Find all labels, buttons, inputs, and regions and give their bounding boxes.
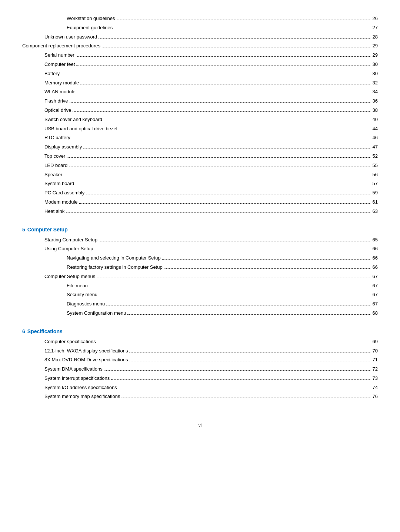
toc-dots [129, 361, 371, 361]
toc-dots [73, 111, 371, 112]
toc-entry-text: PC Card assembly [44, 189, 84, 197]
toc-entry-page: 30 [373, 61, 378, 68]
toc-entry: Serial number29 [22, 51, 378, 59]
toc-dots [121, 398, 371, 398]
toc-dots [69, 167, 371, 167]
toc-dots [99, 296, 371, 296]
toc-entry-text: USB board and optical drive bezel [44, 125, 117, 133]
toc-entry-page: 56 [373, 171, 378, 179]
toc-entry-text: Switch cover and keyboard [44, 116, 102, 124]
toc-dots [76, 185, 371, 185]
toc-entry-page: 67 [373, 300, 378, 308]
toc-entry: System interrupt specifications73 [22, 375, 378, 382]
toc-entry-text: Workstation guidelines [67, 15, 115, 23]
toc-dots [99, 38, 371, 39]
toc-entry-page: 69 [373, 338, 378, 346]
toc-entry: System board57 [22, 180, 378, 188]
toc-entry: System memory map specifications76 [22, 393, 378, 401]
toc-entry: System Configuration menu68 [22, 310, 378, 317]
toc-entry-text: Security menu [67, 291, 97, 299]
toc-entry-page: 74 [373, 384, 378, 392]
toc-dots [97, 343, 371, 343]
toc-entry-text: Computer Setup menus [44, 273, 95, 281]
toc-entry-page: 38 [373, 107, 378, 114]
toc-entry: Computer Setup menus67 [22, 273, 378, 281]
toc-entry-text: Battery [44, 70, 60, 78]
toc-entry-page: 67 [373, 282, 378, 290]
toc-entry-page: 29 [373, 42, 378, 50]
toc-entry-page: 29 [373, 51, 378, 59]
toc-entry-page: 72 [373, 365, 378, 373]
toc-entry: Navigating and selecting in Computer Set… [22, 254, 378, 262]
toc-entry-page: 71 [373, 356, 378, 364]
toc-entry-text: LED board [44, 162, 67, 170]
toc-dots [76, 66, 371, 66]
toc-entry-page: 52 [373, 153, 378, 160]
toc-dots [79, 203, 371, 204]
toc-dots [72, 139, 371, 139]
toc-entry-text: Flash drive [44, 97, 68, 105]
toc-entry: Workstation guidelines26 [22, 15, 378, 23]
toc-dots [104, 370, 371, 371]
toc-entry-page: 68 [373, 310, 378, 317]
toc-entry: System DMA specifications72 [22, 365, 378, 373]
toc-entry: Modem module61 [22, 198, 378, 206]
toc-entry-text: 12.1-inch, WXGA display specifications [44, 347, 128, 355]
toc-entry: System I/O address specifications74 [22, 384, 378, 392]
toc-entry: USB board and optical drive bezel44 [22, 125, 378, 133]
toc-entry-page: 59 [373, 189, 378, 197]
toc-dots [111, 379, 371, 380]
toc-entry-page: 61 [373, 198, 378, 206]
toc-entry-text: File menu [67, 282, 88, 290]
toc-entry: RTC battery46 [22, 134, 378, 142]
toc-dots [119, 389, 371, 389]
toc-entry: Equipment guidelines27 [22, 24, 378, 32]
toc-entry-text: Unknown user password [44, 33, 97, 41]
toc-entry: Switch cover and keyboard40 [22, 116, 378, 124]
toc-entry-page: 73 [373, 375, 378, 382]
toc-entry: Speaker56 [22, 171, 378, 179]
toc-entry-text: Top cover [44, 153, 65, 160]
toc-entry-text: Heat sink [44, 208, 64, 215]
toc-entry: Top cover52 [22, 153, 378, 160]
toc-dots [66, 213, 371, 213]
toc-entry-page: 47 [373, 143, 378, 151]
toc-entry-page: 36 [373, 97, 378, 105]
toc-entry-page: 40 [373, 116, 378, 124]
toc-entry-text: System memory map specifications [44, 393, 120, 401]
toc-entry: Battery30 [22, 70, 378, 78]
toc-entry-text: System board [44, 180, 74, 188]
toc-dots [64, 176, 371, 176]
toc-entry-text: Starting Computer Setup [44, 236, 97, 244]
toc-entry-page: 30 [373, 70, 378, 78]
toc-entry-page: 67 [373, 291, 378, 299]
toc-entry-page: 26 [373, 15, 378, 23]
toc-dots [164, 268, 371, 269]
page-number: vi [199, 423, 202, 428]
toc-entry-text: System I/O address specifications [44, 384, 117, 392]
toc-entry-page: 27 [373, 24, 378, 32]
toc-entry-page: 63 [373, 208, 378, 215]
section-number: 5 [22, 227, 25, 232]
toc-entry-page: 76 [373, 393, 378, 401]
toc-entry: Restoring factory settings in Computer S… [22, 264, 378, 271]
toc-entry-text: Diagnostics menu [67, 300, 105, 308]
toc-dots [117, 20, 371, 20]
toc-entry-page: 57 [373, 180, 378, 188]
toc-entry: File menu67 [22, 282, 378, 290]
toc-dots [104, 121, 371, 121]
toc-entry: Component replacement procedures29 [22, 42, 378, 50]
toc-entry: PC Card assembly59 [22, 189, 378, 197]
toc-entry-text: Display assembly [44, 143, 82, 151]
toc-entry-text: System Configuration menu [67, 310, 126, 317]
toc-dots [67, 157, 371, 158]
toc-dots [76, 56, 371, 57]
toc-entry: 12.1-inch, WXGA display specifications70 [22, 347, 378, 355]
toc-entry: Display assembly47 [22, 143, 378, 151]
toc-entry-text: Equipment guidelines [67, 24, 113, 32]
toc-entry: Starting Computer Setup65 [22, 236, 378, 244]
toc-entry: LED board55 [22, 162, 378, 170]
toc-entry-page: 66 [373, 245, 378, 253]
section-number: 6 [22, 328, 25, 334]
toc-entry-page: 70 [373, 347, 378, 355]
